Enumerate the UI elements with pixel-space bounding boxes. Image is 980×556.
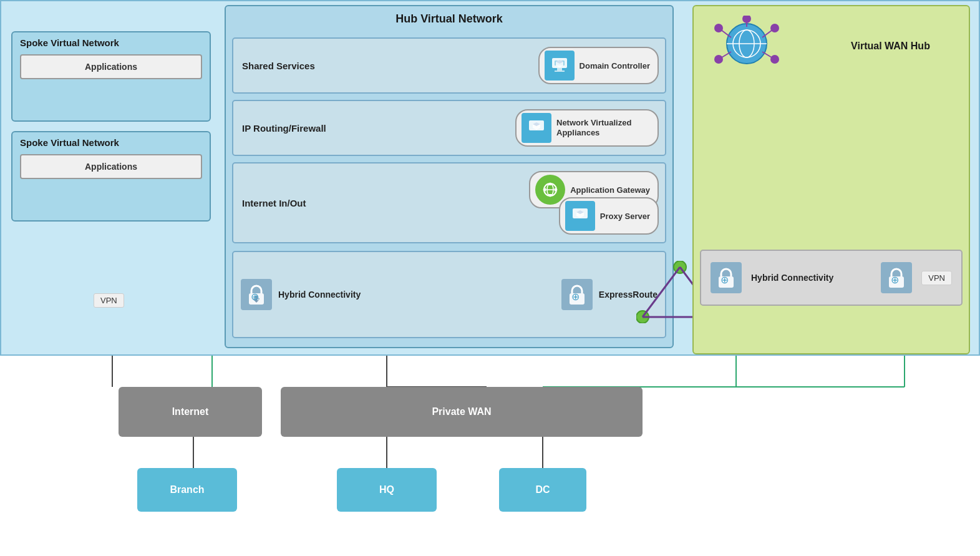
proxy-server-icon (565, 201, 595, 231)
spoke-vnet-2: Spoke Virtual Network Applications (11, 131, 211, 222)
svg-text:⊕: ⊕ (891, 275, 899, 285)
hub-vnet-title: Hub Virtual Network (226, 6, 672, 31)
wan-hub-title: Virtual WAN Hub (818, 41, 963, 52)
internet-label: Internet (172, 406, 209, 417)
branch-box: Branch (137, 468, 237, 512)
svg-line-61 (762, 28, 775, 37)
nva-label: Network Virtualized Appliances (556, 118, 650, 137)
internet-box: Internet (119, 387, 262, 437)
app-gateway-icon (535, 175, 565, 205)
hq-box: HQ (337, 468, 437, 512)
hub-section-internet: Internet In/Out Application Gateway (232, 162, 666, 243)
proxy-server-box: Proxy Server (559, 197, 659, 235)
vpn-label-left: VPN (94, 293, 124, 308)
branch-label: Branch (170, 484, 204, 495)
wan-hub: Virtual WAN Hub ⊕ Hybrid Connectivity ⊕ … (692, 5, 970, 354)
svg-rect-18 (555, 71, 565, 72)
wan-hybrid-section: ⊕ Hybrid Connectivity ⊕ VPN (700, 250, 963, 306)
dc-label: DC (535, 484, 550, 495)
spoke-vnet-2-title: Spoke Virtual Network (20, 137, 202, 148)
wan-hub-globe (712, 16, 787, 72)
hq-label: HQ (379, 484, 394, 495)
domain-controller-icon (545, 51, 575, 80)
hybrid-lock-icon-1: ⊕ (241, 279, 272, 310)
routing-firewall-label: IP Routing/Firewall (242, 123, 326, 134)
domain-controller-box: Domain Controller (538, 47, 659, 84)
hub-section-hybrid: ⊕ Hybrid Connectivity ⊕ ExpressRoute (232, 251, 666, 338)
private-wan-label: Private WAN (432, 406, 491, 417)
spoke-vnet-1-title: Spoke Virtual Network (20, 37, 202, 48)
svg-line-60 (719, 28, 731, 37)
nva-box: Network Virtualized Appliances (515, 109, 659, 147)
wan-hybrid-label: Hybrid Connectivity (751, 273, 871, 283)
domain-controller-label: Domain Controller (580, 61, 650, 71)
nva-icon (522, 113, 551, 143)
proxy-server-label: Proxy Server (600, 212, 650, 221)
wan-vpn-label: VPN (921, 271, 952, 285)
svg-rect-17 (557, 68, 562, 71)
hybrid-conn-label-1: Hybrid Connectivity (278, 290, 361, 300)
wan-hybrid-lock-1: ⊕ (711, 262, 742, 293)
app-gateway-label: Application Gateway (570, 185, 650, 195)
svg-text:⊕: ⊕ (571, 291, 580, 302)
internet-inout-label: Internet In/Out (242, 198, 306, 208)
hub-section-routing: IP Routing/Firewall Network Virtualized … (232, 100, 666, 156)
hub-vnet: Hub Virtual Network Shared Services Doma… (225, 5, 674, 348)
shared-services-label: Shared Services (242, 61, 315, 71)
spoke-vnet-2-app: Applications (20, 154, 202, 179)
private-wan-box: Private WAN (281, 387, 643, 437)
svg-line-48 (643, 267, 680, 317)
wan-hybrid-lock-2: ⊕ (881, 262, 912, 293)
hub-section-shared: Shared Services Domain Controller (232, 37, 666, 94)
expressroute-icon: ⊕ (561, 279, 593, 310)
spoke-vnet-1-app: Applications (20, 54, 202, 79)
dc-box: DC (499, 468, 586, 512)
svg-text:⊕: ⊕ (720, 275, 729, 285)
spoke-vnet-1: Spoke Virtual Network Applications (11, 31, 211, 122)
svg-text:⊕: ⊕ (251, 291, 259, 302)
